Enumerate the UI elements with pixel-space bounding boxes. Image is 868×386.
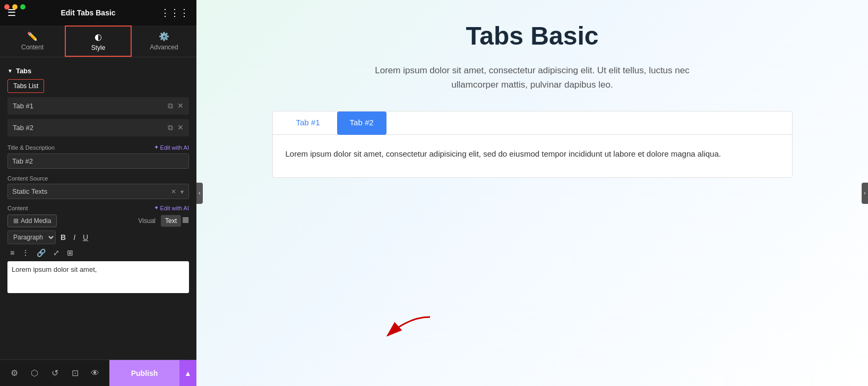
pencil-icon: ✏️ — [27, 31, 38, 41]
preview-icon[interactable]: 👁 — [85, 360, 105, 387]
edit-ai-button-content[interactable]: ✦ Edit with AI — [154, 204, 189, 211]
widget-tab-2[interactable]: Tab #2 — [337, 111, 386, 135]
tab-item-row-2: Tab #2 ⧉ ✕ — [7, 119, 189, 136]
content-source-select[interactable]: Static Texts Custom Fields Post Content — [7, 184, 189, 199]
bold-button[interactable]: B — [58, 232, 68, 243]
tab-item-actions-1: ⧉ ✕ — [168, 101, 184, 110]
tab-style[interactable]: ◐ Style — [65, 25, 132, 57]
tab-content[interactable]: ✏️ Content — [0, 25, 65, 57]
view-tab-visual[interactable]: Visual — [134, 215, 160, 227]
tabs-section-header[interactable]: ▼ Tabs — [0, 64, 196, 79]
title-description-group: Title & Description ✦ Edit with AI — [0, 141, 196, 172]
tab-item-label-2: Tab #2 — [13, 124, 168, 132]
bottom-icons: ⚙ ⬡ ↺ ⊡ 👁 — [0, 360, 109, 387]
select-clear-icon[interactable]: ✕ — [171, 188, 176, 195]
copy-icon-1[interactable]: ⧉ — [168, 101, 173, 110]
history-icon[interactable]: ↺ — [45, 360, 65, 387]
view-tab-text[interactable]: Text — [161, 215, 181, 227]
dot-yellow — [12, 4, 18, 10]
tabs-section-label: Tabs — [16, 67, 31, 75]
editor-text: Lorem ipsum dolor sit amet, — [12, 265, 97, 273]
sidebar-content: ▼ Tabs Tabs List Tab #1 ⧉ ✕ Tab #2 ⧉ ✕ T… — [0, 57, 196, 359]
sidebar-topbar: ☰ Edit Tabs Basic ⋮⋮⋮ — [0, 0, 196, 25]
sidebar-title: Edit Tabs Basic — [61, 8, 115, 17]
underline-button[interactable]: U — [80, 232, 91, 243]
table-button[interactable]: ⊞ — [64, 247, 76, 258]
add-media-icon: ⊞ — [13, 217, 19, 225]
tab-advanced-label: Advanced — [150, 44, 178, 51]
grid-icon[interactable]: ⋮⋮⋮ — [160, 7, 189, 19]
view-tabs: Visual Text ▦ — [134, 215, 189, 227]
content-source-label: Content Source — [7, 175, 48, 182]
italic-button[interactable]: I — [71, 232, 78, 243]
tab-item-label-1: Tab #1 — [13, 102, 168, 110]
responsive-icon[interactable]: ⊡ — [65, 360, 85, 387]
macos-dots — [4, 4, 25, 10]
publish-button[interactable]: Publish — [109, 360, 179, 387]
sidebar-collapse-handle[interactable]: ‹ — [196, 183, 203, 204]
close-icon-1[interactable]: ✕ — [177, 101, 184, 110]
tab-item-actions-2: ⧉ ✕ — [168, 123, 184, 132]
halfcircle-icon: ◐ — [94, 32, 102, 42]
editor-icon[interactable]: ▦ — [182, 215, 189, 227]
red-arrow — [377, 312, 441, 344]
dot-red — [4, 4, 10, 10]
add-media-button[interactable]: ⊞ Add Media — [7, 215, 57, 227]
edit-ai-button-title[interactable]: ✦ Edit with AI — [154, 144, 189, 151]
format-select[interactable]: Paragraph Heading 1 Heading 2 — [7, 230, 56, 244]
title-input[interactable] — [7, 153, 189, 169]
page-description: Lorem ipsum dolor sit amet, consectetur … — [373, 63, 692, 92]
widget-tab-1[interactable]: Tab #1 — [283, 111, 333, 134]
page-title: Tabs Basic — [466, 21, 599, 50]
copy-icon-2[interactable]: ⧉ — [168, 123, 173, 132]
editor-toolbar-extra: ≡ ⋮ 🔗 ⤢ ⊞ — [7, 247, 189, 258]
arrow-down-icon: ▼ — [7, 68, 13, 74]
active-tab-content: Lorem ipsum dolor sit amet, consectetur … — [286, 149, 721, 158]
tab-advanced[interactable]: ⚙️ Advanced — [132, 25, 196, 57]
dot-green — [20, 4, 25, 10]
main-content: Tabs Basic Lorem ipsum dolor sit amet, c… — [196, 0, 868, 386]
editor-toolbar-top: ⊞ Add Media Visual Text ▦ — [7, 215, 189, 227]
fullscreen-button[interactable]: ⤢ — [50, 247, 62, 258]
gear-icon: ⚙️ — [159, 31, 169, 41]
settings-icon[interactable]: ⚙ — [4, 360, 24, 387]
content-label: Content — [7, 205, 28, 211]
unordered-list-button[interactable]: ≡ — [7, 247, 17, 258]
sidebar: ☰ Edit Tabs Basic ⋮⋮⋮ ✏️ Content ◐ Style… — [0, 0, 196, 386]
layers-icon[interactable]: ⬡ — [24, 360, 45, 387]
tab-content-label: Content — [21, 44, 44, 51]
tabs-widget-content: Lorem ipsum dolor sit amet, consectetur … — [273, 135, 792, 177]
publish-chevron[interactable]: ▲ — [179, 360, 196, 387]
tab-style-label: Style — [91, 44, 106, 52]
tabs-widget: Tab #1 Tab #2 Lorem ipsum dolor sit amet… — [272, 111, 793, 178]
content-header-row: Content ✦ Edit with AI — [0, 202, 196, 215]
title-description-label: Title & Description ✦ Edit with AI — [7, 144, 189, 151]
main-area: Tabs Basic Lorem ipsum dolor sit amet, c… — [196, 0, 868, 386]
link-button[interactable]: 🔗 — [34, 247, 48, 258]
close-icon-2[interactable]: ✕ — [177, 123, 184, 132]
right-collapse-handle[interactable]: › — [862, 183, 868, 204]
editor-toolbar-format: Paragraph Heading 1 Heading 2 B I U — [7, 230, 189, 244]
content-source-select-wrapper: Static Texts Custom Fields Post Content … — [7, 184, 189, 199]
content-source-row: Content Source — [0, 172, 196, 184]
tab-item-row-1: Tab #1 ⧉ ✕ — [7, 97, 189, 115]
tabs-widget-nav: Tab #1 Tab #2 — [273, 111, 792, 135]
tabs-list-label: Tabs List — [7, 79, 44, 93]
sidebar-bottom: ⚙ ⬡ ↺ ⊡ 👁 Publish ▲ — [0, 359, 196, 386]
tab-nav: ✏️ Content ◐ Style ⚙️ Advanced — [0, 25, 196, 57]
ordered-list-button[interactable]: ⋮ — [19, 247, 32, 258]
editor-content-area[interactable]: Lorem ipsum dolor sit amet, — [7, 261, 189, 293]
